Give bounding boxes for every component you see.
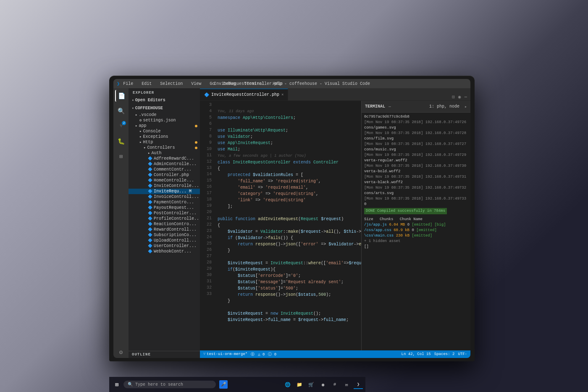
taskbar-hashtag-icon[interactable]: #	[330, 380, 339, 389]
line-num: 30	[200, 272, 212, 278]
line-num: 6	[200, 121, 212, 127]
file-icon: ⚙	[139, 118, 142, 123]
preview-icon[interactable]: ◉	[457, 93, 462, 100]
taskbar-edge-icon[interactable]: 🌐	[283, 380, 292, 389]
post-file[interactable]: 🔷 PostController...	[129, 210, 200, 216]
vscode-folder[interactable]: ▸ .vscode	[129, 112, 200, 118]
activity-settings-icon[interactable]: ⚙	[115, 346, 127, 358]
screen-bezel: ❯ File Edit Selection View Go Debug Term…	[113, 79, 470, 358]
compile-done-badge: DONE Compiled successfully in 784ms	[364, 208, 447, 214]
invite-request-file[interactable]: 🔷 InviteRequ... M	[129, 189, 200, 194]
terminal-line: cons/games.svg	[364, 125, 468, 131]
user-label: UserController...	[154, 244, 197, 248]
start-button[interactable]: ⊞	[112, 379, 122, 389]
taskbar-cortana-icon[interactable]: 🎤	[219, 380, 228, 389]
open-editors-toggle[interactable]: ▾ Open Editors	[129, 97, 200, 103]
asset-chunks: 0	[412, 228, 414, 232]
controllers-folder[interactable]: ▸ Controllers	[129, 145, 200, 150]
invoice-file[interactable]: 🔷 InvoiceControll...	[129, 194, 200, 200]
console-label: Console	[143, 129, 160, 134]
terminal-line: [Mon Nov 19 08:37:35 2018] 192.168.0.37:…	[364, 120, 468, 125]
line-num: 16	[200, 184, 212, 190]
settings-file[interactable]: ⚙ settings.json	[129, 118, 200, 123]
windows-taskbar: ⊞ 🔍 Type here to search 🎤 🌐 📁 🛒 ◉ # ✉ ❯	[109, 377, 365, 392]
comment-file[interactable]: 🔷 CommentContr...	[129, 167, 200, 172]
taskbar-chrome-icon[interactable]: ◉	[318, 380, 328, 389]
terminal-more-icon[interactable]: ⋯	[388, 104, 391, 109]
tab-close-button[interactable]: ×	[281, 93, 284, 97]
terminal-expand-icon[interactable]: ▸	[465, 104, 467, 109]
exceptions-folder[interactable]: ▸ Exceptions	[129, 134, 200, 139]
line-num: 31	[200, 278, 212, 284]
php-icon: 🔷	[148, 233, 152, 237]
activity-explorer-icon[interactable]: 📄	[115, 90, 127, 102]
php-icon: 🔷	[148, 205, 152, 210]
auth-folder[interactable]: ▸ Auth	[129, 150, 200, 156]
project-toggle[interactable]: ▾ COFFEEHOUSE	[129, 105, 200, 111]
menu-edit[interactable]: Edit	[140, 81, 153, 87]
laptop: ❯ File Edit Selection View Go Debug Term…	[109, 76, 475, 361]
profile-file[interactable]: 🔷 ProfileControlle...	[129, 216, 200, 221]
menu-view[interactable]: View	[189, 81, 203, 87]
user-file[interactable]: 🔷 UserController...	[129, 243, 200, 249]
active-tab[interactable]: 🔷 InviteRequestController.php ×	[200, 89, 288, 100]
upload-file[interactable]: 🔷 UploadControll...	[129, 238, 200, 243]
menu-file[interactable]: File	[121, 81, 135, 87]
adfree-file[interactable]: 🔷 AdfreeRewardC...	[129, 156, 200, 161]
code-editor[interactable]: 3 4 5 6 7 8 9 10 11 12	[200, 101, 361, 350]
home-file[interactable]: 🔷 HomeControlle...	[129, 178, 200, 183]
split-editor-icon[interactable]: ⊡	[451, 93, 456, 100]
taskbar-mail-icon[interactable]: ✉	[342, 380, 351, 389]
line-num: 21	[200, 215, 212, 221]
asset-path: /js/app.js	[364, 223, 387, 227]
console-folder[interactable]: ▸ Console	[129, 129, 200, 134]
payment-file[interactable]: 🔷 PaymentContro...	[129, 200, 200, 205]
activity-search-icon[interactable]: 🔍	[115, 105, 127, 117]
menu-selection[interactable]: Selection	[158, 81, 184, 87]
admin-file[interactable]: 🔷 AdminControlle...	[129, 161, 200, 167]
line-num: 11	[200, 152, 212, 158]
taskbar-vscode-active-icon[interactable]: ❯	[354, 380, 363, 389]
more-actions-icon[interactable]: ⋯	[463, 93, 468, 100]
php-icon: 🔷	[148, 162, 152, 166]
webhook-file[interactable]: 🔷 WebhookContr...	[129, 249, 200, 254]
controller-file[interactable]: 🔷 Controller.php	[129, 172, 200, 178]
subscription-file[interactable]: 🔷 SubscriptionCo...	[129, 232, 200, 238]
branch-name: test-ui-orm-merge*	[207, 352, 247, 356]
app-folder[interactable]: ▸ app	[129, 123, 200, 129]
invite-request-label: InviteRequ... M	[154, 189, 192, 194]
line-num: 29	[200, 266, 212, 272]
terminal-line: 0	[364, 202, 468, 207]
reaction-file[interactable]: 🔷 ReactionContro...	[129, 221, 200, 227]
activity-bar: 📄 🔍 ⑂ 2 🐛 ⊞ ⚙	[113, 88, 129, 358]
terminal-panel: TERMINAL ⋯ 1: php, node ▸ 0c7957ac9d677c…	[361, 101, 470, 350]
http-label: Http	[143, 140, 153, 145]
chunkname-header: Chunk Name	[400, 217, 423, 221]
search-icon: 🔍	[128, 382, 133, 387]
activity-extensions-icon[interactable]: ⊞	[115, 150, 127, 162]
error-count: ⓪	[251, 352, 255, 357]
git-branch-status[interactable]: ⑂ test-ui-orm-merge*	[203, 352, 247, 356]
folder-icon: ▸	[139, 134, 142, 139]
taskbar-explorer-icon[interactable]: 📁	[295, 380, 304, 389]
terminal-tab-label[interactable]: 1: php, node	[429, 104, 459, 109]
folder-icon: ▸	[139, 140, 142, 145]
code-content[interactable]: You, 11 days ago namespace App\Http\Cont…	[215, 101, 361, 350]
exceptions-label: Exceptions	[143, 134, 168, 139]
activity-git-icon[interactable]: ⑂ 2	[115, 120, 127, 132]
taskbar-search[interactable]: 🔍 Type here to search	[123, 381, 216, 388]
line-num: 32	[200, 284, 212, 291]
asset-emitted: [emitted]	[416, 228, 437, 232]
vscode-folder-label: .vscode	[139, 113, 156, 117]
reward-file[interactable]: 🔷 RewardControll...	[129, 227, 200, 232]
payout-file[interactable]: 🔷 PayoutRequest...	[129, 205, 200, 210]
activity-debug-icon[interactable]: 🐛	[115, 135, 127, 147]
invite-controller-file[interactable]: 🔷 InviteControlle...	[129, 183, 200, 189]
window-title: InviteRequestController.php - coffeehous…	[214, 82, 370, 86]
adfree-label: AdfreeRewardC...	[154, 156, 194, 161]
terminal-cursor: []	[364, 244, 468, 250]
git-blame-2: You, a few seconds ago | 1 author (You)	[218, 154, 306, 158]
taskbar-store-icon[interactable]: 🛒	[307, 380, 316, 389]
http-folder[interactable]: ▸ Http	[129, 139, 200, 145]
tab-bar: 🔷 InviteRequestController.php × ⊡ ◉ ⋯	[200, 88, 470, 101]
